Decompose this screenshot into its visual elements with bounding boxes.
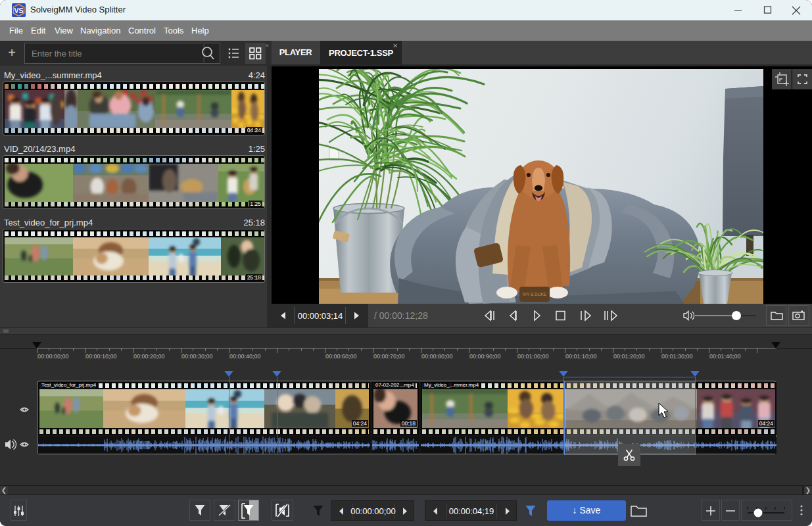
svg-text:00:00:04;19: 00:00:04;19 (449, 506, 494, 516)
svg-text:00:00:00;00: 00:00:00;00 (350, 506, 396, 516)
svg-text:IVY & DUKE: IVY & DUKE (523, 292, 547, 297)
